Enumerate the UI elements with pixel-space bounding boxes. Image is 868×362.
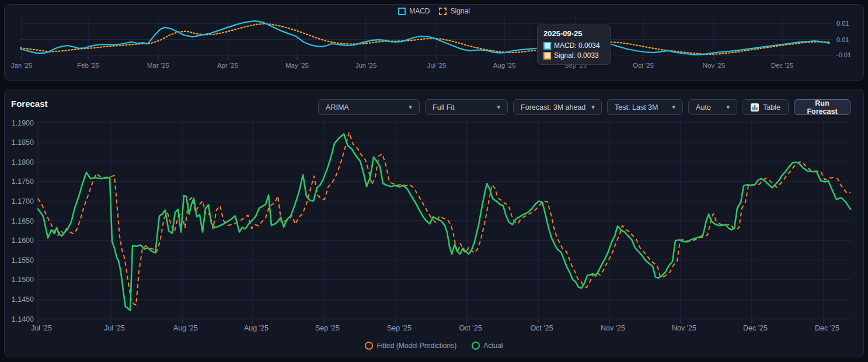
svg-text:0.01: 0.01 xyxy=(836,20,849,27)
chevron-down-icon: ▾ xyxy=(727,104,730,110)
macd-legend: MACD Signal xyxy=(5,7,863,15)
actual-ring-icon xyxy=(472,342,480,350)
svg-text:Jul '25: Jul '25 xyxy=(104,324,125,332)
table-button[interactable]: Table xyxy=(742,99,789,115)
svg-text:-0.01: -0.01 xyxy=(836,51,851,58)
run-forecast-button[interactable]: Run Forecast xyxy=(794,99,850,115)
fit-scope-select[interactable]: Full Fit ▾ xyxy=(425,99,508,115)
fitted-ring-icon xyxy=(365,342,373,350)
svg-text:Nov '25: Nov '25 xyxy=(601,324,625,332)
svg-text:1.1900: 1.1900 xyxy=(12,119,34,127)
chevron-down-icon: ▾ xyxy=(409,104,413,110)
signal-legend-label: Signal xyxy=(450,7,469,15)
hover-tooltip: 2025-09-25 MACD: 0.0034 Signal: 0.0033 xyxy=(537,25,611,65)
forecast-legend: Fitted (Model Predictions) Actual xyxy=(5,342,863,350)
legend-item-signal[interactable]: Signal xyxy=(439,7,469,15)
macd-line xyxy=(20,21,830,55)
actual-line xyxy=(38,134,850,311)
svg-text:Dec '25: Dec '25 xyxy=(743,324,768,332)
svg-text:Aug '25: Aug '25 xyxy=(244,324,269,332)
table-button-label: Table xyxy=(763,103,780,112)
chevron-down-icon: ▾ xyxy=(591,104,595,110)
svg-text:Aug '25: Aug '25 xyxy=(493,62,516,69)
bar-chart-icon xyxy=(751,103,759,112)
svg-text:1.1850: 1.1850 xyxy=(12,138,34,147)
order-mode-select[interactable]: Auto ▾ xyxy=(688,99,737,115)
svg-text:Jul '25: Jul '25 xyxy=(427,62,447,69)
model-select[interactable]: ARIMA ▾ xyxy=(318,99,420,115)
svg-text:Apr '25: Apr '25 xyxy=(217,62,238,69)
forecast-controls: ARIMA ▾ Full Fit ▾ Forecast: 3M ahead ▾ … xyxy=(318,99,850,115)
svg-text:0.01: 0.01 xyxy=(836,36,849,43)
signal-line xyxy=(20,24,830,55)
svg-text:1.1500: 1.1500 xyxy=(12,276,34,284)
svg-text:Oct '25: Oct '25 xyxy=(633,62,654,69)
tooltip-signal-row: Signal: 0.0033 xyxy=(543,51,604,60)
fitted-legend-label: Fitted (Model Predictions) xyxy=(377,342,456,350)
actual-legend-label: Actual xyxy=(483,342,503,350)
svg-text:Feb '25: Feb '25 xyxy=(77,62,99,69)
svg-text:Jun '25: Jun '25 xyxy=(355,62,377,69)
svg-text:Oct '25: Oct '25 xyxy=(459,324,482,332)
horizon-select-value: Forecast: 3M ahead xyxy=(521,103,585,112)
chevron-down-icon: ▾ xyxy=(672,104,676,110)
svg-text:1.1600: 1.1600 xyxy=(12,236,34,245)
svg-text:May '25: May '25 xyxy=(285,62,309,69)
svg-text:Sep '25: Sep '25 xyxy=(387,324,412,332)
svg-text:1.1550: 1.1550 xyxy=(12,256,34,264)
signal-swatch-icon xyxy=(543,52,551,60)
test-window-select[interactable]: Test: Last 3M ▾ xyxy=(607,99,683,115)
svg-text:Sep '25: Sep '25 xyxy=(315,324,340,332)
svg-text:1.1650: 1.1650 xyxy=(12,217,34,225)
macd-legend-label: MACD xyxy=(409,7,430,15)
macd-swatch-icon xyxy=(398,8,406,15)
svg-text:1.1450: 1.1450 xyxy=(12,295,34,304)
legend-item-fitted[interactable]: Fitted (Model Predictions) xyxy=(365,342,456,350)
tooltip-date: 2025-09-25 xyxy=(543,29,604,38)
legend-item-macd[interactable]: MACD xyxy=(398,7,430,15)
svg-text:Mar '25: Mar '25 xyxy=(147,62,169,69)
tooltip-signal-value: Signal: 0.0033 xyxy=(554,51,599,60)
macd-chart: Jan '25Feb '25Mar '25Apr '25May '25Jun '… xyxy=(11,15,851,69)
chevron-down-icon: ▾ xyxy=(497,104,501,110)
charts-canvas[interactable]: Jan '25Feb '25Mar '25Apr '25May '25Jun '… xyxy=(0,0,868,362)
model-select-value: ARIMA xyxy=(326,103,349,112)
horizon-select[interactable]: Forecast: 3M ahead ▾ xyxy=(513,99,602,115)
svg-text:Dec '25: Dec '25 xyxy=(815,324,839,332)
svg-text:Dec '25: Dec '25 xyxy=(771,62,794,69)
svg-text:Oct '25: Oct '25 xyxy=(530,324,553,332)
legend-item-actual[interactable]: Actual xyxy=(472,342,503,350)
svg-text:Nov '25: Nov '25 xyxy=(672,324,696,332)
signal-swatch-icon xyxy=(439,8,447,15)
trading-dashboard: MACD Signal Forecast ARIMA ▾ Full Fit ▾ … xyxy=(0,0,868,362)
svg-text:Jul '25: Jul '25 xyxy=(31,324,52,332)
svg-text:1.1400: 1.1400 xyxy=(12,315,34,323)
forecast-chart: Jul '25Jul '25Aug '25Aug '25Sep '25Sep '… xyxy=(12,119,851,333)
fit-scope-select-value: Full Fit xyxy=(433,103,455,112)
svg-text:1.1700: 1.1700 xyxy=(12,197,34,206)
tooltip-macd-row: MACD: 0.0034 xyxy=(543,41,604,50)
svg-text:1.1800: 1.1800 xyxy=(12,158,34,166)
svg-text:Nov '25: Nov '25 xyxy=(703,62,726,69)
forecast-title: Forecast xyxy=(11,99,48,109)
order-mode-select-value: Auto xyxy=(696,103,711,112)
fitted-line xyxy=(38,133,850,305)
test-window-select-value: Test: Last 3M xyxy=(615,103,658,112)
svg-text:1.1750: 1.1750 xyxy=(12,177,34,186)
svg-text:Aug '25: Aug '25 xyxy=(173,324,198,332)
svg-text:Jan '25: Jan '25 xyxy=(11,62,33,69)
macd-swatch-icon xyxy=(543,42,551,50)
tooltip-macd-value: MACD: 0.0034 xyxy=(554,41,600,50)
